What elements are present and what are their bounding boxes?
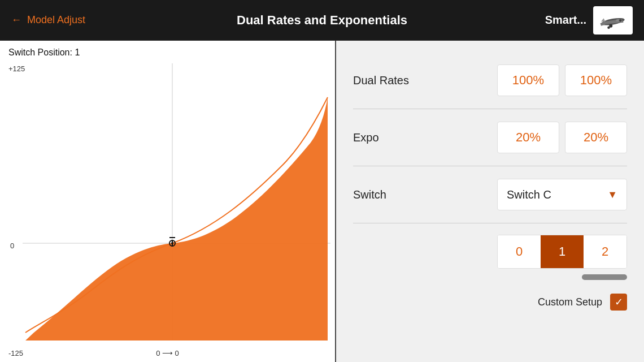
y-axis-mid-label: 0 <box>10 242 14 250</box>
checkmark-icon: ✓ <box>615 296 623 308</box>
switch-pos-2[interactable]: 2 <box>584 235 626 268</box>
model-name: Smart... <box>545 14 586 27</box>
main-content: Switch Position: 1 +125 0 -125 0 ⟶ 0 <box>0 41 644 362</box>
model-icon[interactable] <box>593 6 633 35</box>
svg-marker-3 <box>601 18 606 21</box>
switch-dropdown[interactable]: Switch C ▼ <box>497 179 627 210</box>
y-axis-bottom-label: -125 <box>8 349 23 357</box>
back-arrow-icon: ← <box>11 14 21 26</box>
dropdown-arrow-icon: ▼ <box>607 189 617 201</box>
expo-value-2[interactable]: 20% <box>565 122 627 153</box>
switch-value: Switch C <box>507 188 551 201</box>
slider-indicator <box>582 274 627 280</box>
svg-rect-6 <box>619 20 622 21</box>
custom-setup-label: Custom Setup <box>538 296 602 308</box>
header-right: Smart... <box>545 6 633 35</box>
switch-row: Switch Switch C ▼ <box>353 166 627 223</box>
expo-row: Expo 20% 20% <box>353 109 627 166</box>
x-axis-label: 0 ⟶ 0 <box>156 349 179 357</box>
page-title: Dual Rates and Exponentials <box>237 13 407 28</box>
svg-point-14 <box>171 242 173 244</box>
expo-values: 20% 20% <box>497 122 627 153</box>
switch-position-label: Switch Position: 1 <box>8 48 80 58</box>
graph-panel: Switch Position: 1 +125 0 -125 0 ⟶ 0 <box>0 41 336 362</box>
dual-rates-label: Dual Rates <box>353 74 409 87</box>
dual-rates-value-1[interactable]: 100% <box>497 64 559 96</box>
custom-setup-checkbox[interactable]: ✓ <box>610 294 627 311</box>
header: ← Model Adjust Dual Rates and Exponentia… <box>0 0 644 41</box>
controls-panel: Dual Rates 100% 100% Expo 20% 20% Switch… <box>336 41 644 362</box>
curve-graph <box>23 63 330 346</box>
dual-rates-values: 100% 100% <box>497 64 627 96</box>
switch-position-area: 0 1 2 <box>353 223 627 286</box>
switch-label: Switch <box>353 188 386 201</box>
dual-rates-value-2[interactable]: 100% <box>565 64 627 96</box>
expo-label: Expo <box>353 131 379 144</box>
back-button[interactable]: ← Model Adjust <box>11 14 85 26</box>
switch-pos-1[interactable]: 1 <box>541 235 584 268</box>
switch-pos-0[interactable]: 0 <box>498 235 541 268</box>
airplane-icon <box>596 9 630 32</box>
back-label: Model Adjust <box>27 14 85 26</box>
svg-point-8 <box>607 26 610 29</box>
switch-position-selector: 0 1 2 <box>497 235 627 269</box>
expo-value-1[interactable]: 20% <box>497 122 559 153</box>
dual-rates-row: Dual Rates 100% 100% <box>353 52 627 109</box>
custom-setup-row: Custom Setup ✓ <box>353 286 627 311</box>
